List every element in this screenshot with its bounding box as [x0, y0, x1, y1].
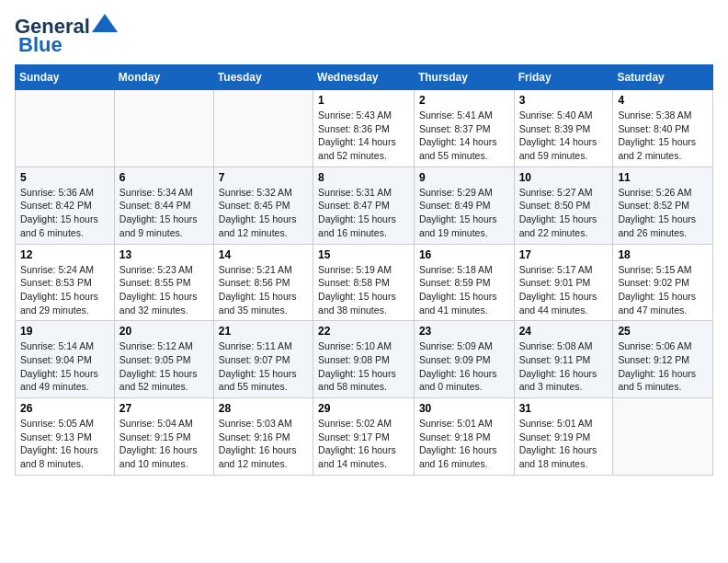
day-info: Sunrise: 5:41 AM Sunset: 8:37 PM Dayligh… [419, 109, 509, 163]
calendar-cell: 31Sunrise: 5:01 AM Sunset: 9:19 PM Dayli… [514, 398, 613, 476]
day-number: 21 [219, 325, 308, 338]
day-info: Sunrise: 5:15 AM Sunset: 9:02 PM Dayligh… [618, 263, 708, 317]
header-day-friday: Friday [514, 65, 613, 90]
calendar-cell: 25Sunrise: 5:06 AM Sunset: 9:12 PM Dayli… [613, 321, 713, 398]
header-day-monday: Monday [114, 65, 213, 90]
calendar-cell: 7Sunrise: 5:32 AM Sunset: 8:45 PM Daylig… [213, 167, 313, 244]
day-number: 4 [618, 94, 708, 107]
day-number: 9 [419, 171, 509, 184]
day-info: Sunrise: 5:01 AM Sunset: 9:19 PM Dayligh… [519, 417, 609, 471]
day-number: 20 [119, 325, 209, 338]
day-info: Sunrise: 5:31 AM Sunset: 8:47 PM Dayligh… [318, 186, 409, 240]
calendar-cell: 17Sunrise: 5:17 AM Sunset: 9:01 PM Dayli… [514, 244, 613, 321]
day-number: 30 [419, 402, 509, 415]
calendar-cell: 4Sunrise: 5:38 AM Sunset: 8:40 PM Daylig… [613, 90, 713, 167]
week-row-3: 12Sunrise: 5:24 AM Sunset: 8:53 PM Dayli… [16, 244, 713, 321]
header-day-tuesday: Tuesday [213, 65, 313, 90]
day-number: 14 [219, 248, 308, 261]
day-info: Sunrise: 5:18 AM Sunset: 8:59 PM Dayligh… [419, 263, 509, 317]
day-number: 1 [318, 94, 409, 107]
day-number: 15 [318, 248, 409, 261]
day-info: Sunrise: 5:14 AM Sunset: 9:04 PM Dayligh… [20, 339, 109, 394]
day-number: 6 [119, 171, 209, 184]
calendar-cell: 26Sunrise: 5:05 AM Sunset: 9:13 PM Dayli… [16, 398, 115, 476]
calendar-cell: 29Sunrise: 5:02 AM Sunset: 9:17 PM Dayli… [313, 398, 415, 476]
day-info: Sunrise: 5:08 AM Sunset: 9:11 PM Dayligh… [519, 339, 609, 394]
calendar-cell [114, 90, 213, 167]
day-number: 22 [318, 325, 409, 338]
calendar-cell: 9Sunrise: 5:29 AM Sunset: 8:49 PM Daylig… [414, 167, 514, 244]
week-row-4: 19Sunrise: 5:14 AM Sunset: 9:04 PM Dayli… [16, 321, 713, 398]
day-info: Sunrise: 5:40 AM Sunset: 8:39 PM Dayligh… [519, 109, 609, 163]
day-number: 29 [318, 402, 409, 415]
day-info: Sunrise: 5:26 AM Sunset: 8:52 PM Dayligh… [618, 186, 708, 240]
week-row-1: 1Sunrise: 5:43 AM Sunset: 8:36 PM Daylig… [16, 90, 713, 167]
calendar-cell [213, 90, 313, 167]
calendar-cell: 21Sunrise: 5:11 AM Sunset: 9:07 PM Dayli… [213, 321, 313, 398]
logo-blue: Blue [18, 33, 63, 57]
day-number: 3 [519, 94, 609, 107]
day-number: 31 [519, 402, 609, 415]
calendar-cell: 22Sunrise: 5:10 AM Sunset: 9:08 PM Dayli… [313, 321, 415, 398]
day-info: Sunrise: 5:10 AM Sunset: 9:08 PM Dayligh… [318, 339, 409, 394]
page-header: General Blue [15, 15, 713, 57]
day-number: 19 [20, 325, 109, 338]
header-row: SundayMondayTuesdayWednesdayThursdayFrid… [16, 65, 713, 90]
day-info: Sunrise: 5:36 AM Sunset: 8:42 PM Dayligh… [20, 186, 109, 240]
header-day-saturday: Saturday [613, 65, 713, 90]
calendar-cell: 19Sunrise: 5:14 AM Sunset: 9:04 PM Dayli… [16, 321, 115, 398]
calendar-table: SundayMondayTuesdayWednesdayThursdayFrid… [15, 64, 713, 476]
calendar-cell: 27Sunrise: 5:04 AM Sunset: 9:15 PM Dayli… [114, 398, 213, 476]
day-number: 27 [119, 402, 209, 415]
day-number: 24 [519, 325, 609, 338]
calendar-cell: 6Sunrise: 5:34 AM Sunset: 8:44 PM Daylig… [114, 167, 213, 244]
header-day-sunday: Sunday [16, 65, 115, 90]
day-number: 25 [618, 325, 708, 338]
day-info: Sunrise: 5:21 AM Sunset: 8:56 PM Dayligh… [219, 263, 308, 317]
calendar-cell [16, 90, 115, 167]
day-number: 28 [219, 402, 308, 415]
day-number: 11 [618, 171, 708, 184]
calendar-cell [613, 398, 713, 476]
calendar-cell: 23Sunrise: 5:09 AM Sunset: 9:09 PM Dayli… [414, 321, 514, 398]
day-info: Sunrise: 5:34 AM Sunset: 8:44 PM Dayligh… [119, 186, 209, 240]
day-number: 18 [618, 248, 708, 261]
header-day-wednesday: Wednesday [313, 65, 415, 90]
day-number: 23 [419, 325, 509, 338]
day-number: 8 [318, 171, 409, 184]
day-number: 16 [419, 248, 509, 261]
calendar-cell: 20Sunrise: 5:12 AM Sunset: 9:05 PM Dayli… [114, 321, 213, 398]
day-info: Sunrise: 5:11 AM Sunset: 9:07 PM Dayligh… [219, 339, 308, 394]
day-number: 10 [519, 171, 609, 184]
calendar-cell: 15Sunrise: 5:19 AM Sunset: 8:58 PM Dayli… [313, 244, 415, 321]
day-info: Sunrise: 5:23 AM Sunset: 8:55 PM Dayligh… [119, 263, 209, 317]
day-info: Sunrise: 5:27 AM Sunset: 8:50 PM Dayligh… [519, 186, 609, 240]
day-info: Sunrise: 5:05 AM Sunset: 9:13 PM Dayligh… [20, 417, 109, 471]
day-info: Sunrise: 5:01 AM Sunset: 9:18 PM Dayligh… [419, 417, 509, 471]
calendar-cell: 14Sunrise: 5:21 AM Sunset: 8:56 PM Dayli… [213, 244, 313, 321]
day-info: Sunrise: 5:09 AM Sunset: 9:09 PM Dayligh… [419, 339, 509, 394]
day-number: 5 [20, 171, 109, 184]
week-row-2: 5Sunrise: 5:36 AM Sunset: 8:42 PM Daylig… [16, 167, 713, 244]
calendar-cell: 28Sunrise: 5:03 AM Sunset: 9:16 PM Dayli… [213, 398, 313, 476]
day-info: Sunrise: 5:19 AM Sunset: 8:58 PM Dayligh… [318, 263, 409, 317]
calendar-cell: 18Sunrise: 5:15 AM Sunset: 9:02 PM Dayli… [613, 244, 713, 321]
day-number: 26 [20, 402, 109, 415]
day-info: Sunrise: 5:29 AM Sunset: 8:49 PM Dayligh… [419, 186, 509, 240]
day-number: 7 [219, 171, 308, 184]
day-info: Sunrise: 5:43 AM Sunset: 8:36 PM Dayligh… [318, 109, 409, 163]
day-info: Sunrise: 5:03 AM Sunset: 9:16 PM Dayligh… [219, 417, 308, 471]
day-number: 13 [119, 248, 209, 261]
calendar-cell: 1Sunrise: 5:43 AM Sunset: 8:36 PM Daylig… [313, 90, 415, 167]
header-day-thursday: Thursday [414, 65, 514, 90]
calendar-cell: 10Sunrise: 5:27 AM Sunset: 8:50 PM Dayli… [514, 167, 613, 244]
calendar-cell: 11Sunrise: 5:26 AM Sunset: 8:52 PM Dayli… [613, 167, 713, 244]
day-info: Sunrise: 5:06 AM Sunset: 9:12 PM Dayligh… [618, 339, 708, 394]
day-info: Sunrise: 5:02 AM Sunset: 9:17 PM Dayligh… [318, 417, 409, 471]
calendar-cell: 12Sunrise: 5:24 AM Sunset: 8:53 PM Dayli… [16, 244, 115, 321]
calendar-cell: 13Sunrise: 5:23 AM Sunset: 8:55 PM Dayli… [114, 244, 213, 321]
day-number: 2 [419, 94, 509, 107]
logo: General Blue [15, 15, 118, 57]
day-info: Sunrise: 5:12 AM Sunset: 9:05 PM Dayligh… [119, 339, 209, 394]
calendar-cell: 2Sunrise: 5:41 AM Sunset: 8:37 PM Daylig… [414, 90, 514, 167]
